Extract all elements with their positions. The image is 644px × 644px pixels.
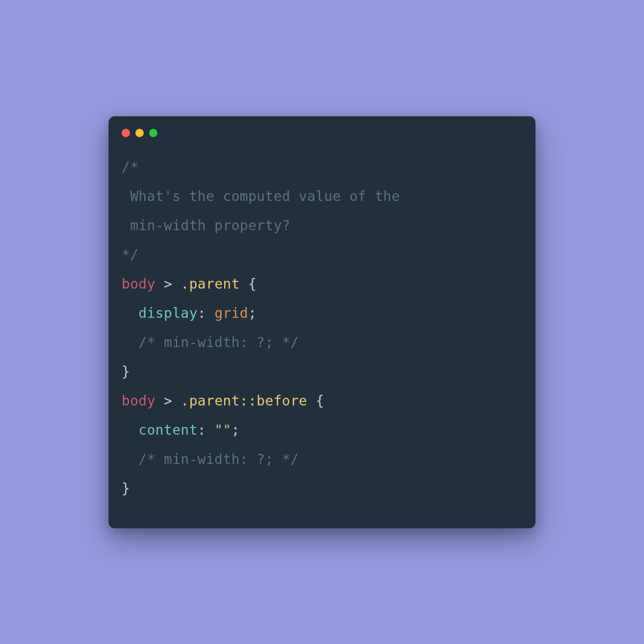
comment-open: /*	[122, 159, 138, 175]
selector-class: .parent	[181, 276, 240, 292]
property: content	[138, 422, 197, 438]
maximize-icon[interactable]	[149, 129, 157, 137]
close-icon[interactable]	[122, 129, 130, 137]
inline-comment: /* min-width: ?; */	[122, 335, 299, 350]
brace-open: {	[240, 276, 256, 292]
indent	[122, 422, 138, 438]
comment-close: */	[122, 247, 138, 262]
brace-close: }	[122, 364, 130, 379]
combinator: >	[156, 393, 181, 408]
colon: :	[197, 422, 214, 438]
code-block: /* What's the computed value of the min-…	[109, 145, 535, 528]
indent	[122, 305, 138, 321]
semicolon: ;	[231, 422, 240, 438]
code-window: /* What's the computed value of the min-…	[109, 116, 535, 528]
selector-tag: body	[122, 276, 156, 292]
minimize-icon[interactable]	[135, 129, 144, 137]
comment-line: min-width property?	[122, 218, 290, 233]
selector-class: .parent	[181, 393, 240, 408]
property: display	[138, 305, 197, 321]
value: grid	[215, 305, 249, 321]
string-value: ""	[215, 422, 231, 438]
selector-tag: body	[122, 393, 156, 408]
brace-close: }	[122, 481, 130, 496]
comment-line: What's the computed value of the	[122, 188, 400, 204]
brace-open: {	[307, 393, 324, 408]
colon: :	[197, 305, 214, 321]
inline-comment: /* min-width: ?; */	[122, 451, 299, 467]
semicolon: ;	[248, 305, 256, 321]
pseudo-element: ::before	[240, 393, 307, 408]
combinator: >	[156, 276, 181, 292]
window-titlebar	[109, 116, 535, 145]
